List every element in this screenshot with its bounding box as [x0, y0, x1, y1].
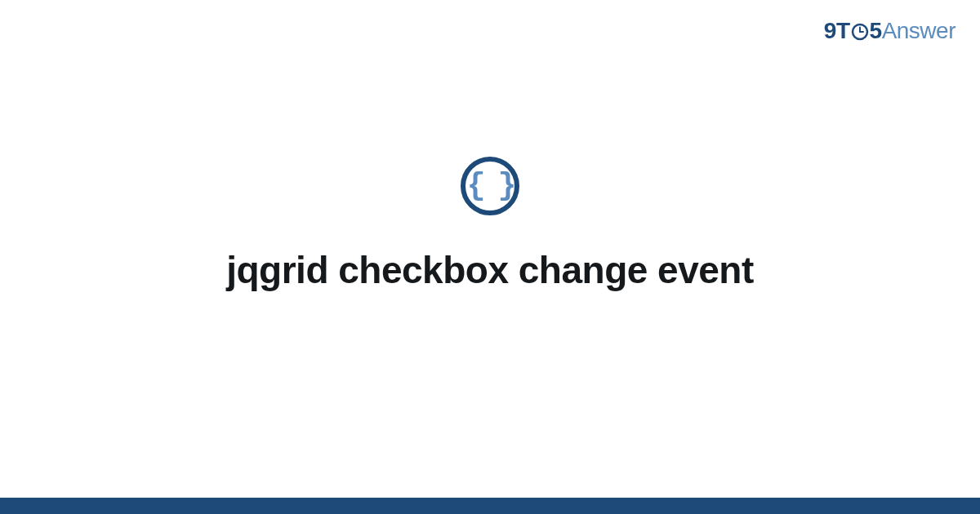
page-title: jqgrid checkbox change event: [226, 248, 754, 292]
category-badge: { }: [461, 157, 519, 215]
footer-accent-bar: [0, 498, 980, 514]
main-content: { } jqgrid checkbox change event: [0, 0, 980, 498]
braces-icon: { }: [467, 171, 513, 202]
